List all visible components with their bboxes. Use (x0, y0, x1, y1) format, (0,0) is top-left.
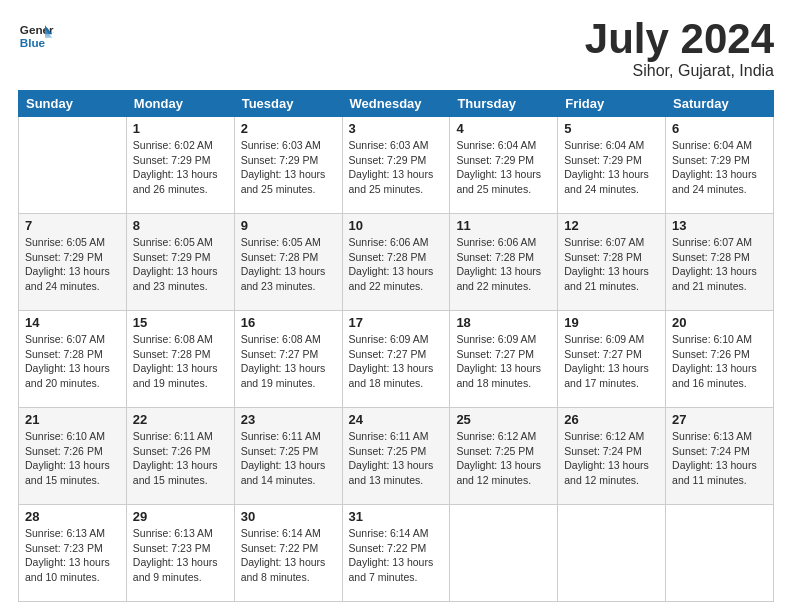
cell-date: 31 (349, 509, 444, 524)
logo-icon: General Blue (18, 18, 54, 54)
header-row: Sunday Monday Tuesday Wednesday Thursday… (19, 91, 774, 117)
calendar-cell: 9Sunrise: 6:05 AM Sunset: 7:28 PM Daylig… (234, 214, 342, 311)
cell-date: 18 (456, 315, 551, 330)
cell-date: 13 (672, 218, 767, 233)
calendar-cell: 23Sunrise: 6:11 AM Sunset: 7:25 PM Dayli… (234, 408, 342, 505)
calendar-cell: 18Sunrise: 6:09 AM Sunset: 7:27 PM Dayli… (450, 311, 558, 408)
cell-info: Sunrise: 6:09 AM Sunset: 7:27 PM Dayligh… (456, 332, 551, 391)
cell-date: 19 (564, 315, 659, 330)
calendar-cell: 2Sunrise: 6:03 AM Sunset: 7:29 PM Daylig… (234, 117, 342, 214)
cell-date: 14 (25, 315, 120, 330)
cell-date: 17 (349, 315, 444, 330)
cell-info: Sunrise: 6:09 AM Sunset: 7:27 PM Dayligh… (349, 332, 444, 391)
calendar-cell (450, 505, 558, 602)
calendar-cell: 1Sunrise: 6:02 AM Sunset: 7:29 PM Daylig… (126, 117, 234, 214)
th-sunday: Sunday (19, 91, 127, 117)
cell-info: Sunrise: 6:09 AM Sunset: 7:27 PM Dayligh… (564, 332, 659, 391)
cell-info: Sunrise: 6:05 AM Sunset: 7:29 PM Dayligh… (133, 235, 228, 294)
week-row-4: 28Sunrise: 6:13 AM Sunset: 7:23 PM Dayli… (19, 505, 774, 602)
month-title: July 2024 (585, 18, 774, 60)
svg-text:Blue: Blue (20, 36, 46, 49)
cell-info: Sunrise: 6:07 AM Sunset: 7:28 PM Dayligh… (672, 235, 767, 294)
cell-info: Sunrise: 6:10 AM Sunset: 7:26 PM Dayligh… (25, 429, 120, 488)
calendar-cell: 19Sunrise: 6:09 AM Sunset: 7:27 PM Dayli… (558, 311, 666, 408)
cell-date: 24 (349, 412, 444, 427)
calendar-cell: 26Sunrise: 6:12 AM Sunset: 7:24 PM Dayli… (558, 408, 666, 505)
cell-date: 20 (672, 315, 767, 330)
th-saturday: Saturday (666, 91, 774, 117)
calendar-cell: 12Sunrise: 6:07 AM Sunset: 7:28 PM Dayli… (558, 214, 666, 311)
calendar-cell: 21Sunrise: 6:10 AM Sunset: 7:26 PM Dayli… (19, 408, 127, 505)
th-tuesday: Tuesday (234, 91, 342, 117)
cell-info: Sunrise: 6:07 AM Sunset: 7:28 PM Dayligh… (25, 332, 120, 391)
location: Sihor, Gujarat, India (585, 62, 774, 80)
cell-date: 6 (672, 121, 767, 136)
week-row-0: 1Sunrise: 6:02 AM Sunset: 7:29 PM Daylig… (19, 117, 774, 214)
cell-info: Sunrise: 6:05 AM Sunset: 7:29 PM Dayligh… (25, 235, 120, 294)
cell-date: 23 (241, 412, 336, 427)
th-friday: Friday (558, 91, 666, 117)
calendar-cell: 14Sunrise: 6:07 AM Sunset: 7:28 PM Dayli… (19, 311, 127, 408)
calendar-cell: 20Sunrise: 6:10 AM Sunset: 7:26 PM Dayli… (666, 311, 774, 408)
cell-info: Sunrise: 6:11 AM Sunset: 7:25 PM Dayligh… (349, 429, 444, 488)
cell-info: Sunrise: 6:04 AM Sunset: 7:29 PM Dayligh… (564, 138, 659, 197)
cell-date: 26 (564, 412, 659, 427)
calendar-cell: 27Sunrise: 6:13 AM Sunset: 7:24 PM Dayli… (666, 408, 774, 505)
calendar-cell: 8Sunrise: 6:05 AM Sunset: 7:29 PM Daylig… (126, 214, 234, 311)
cell-info: Sunrise: 6:13 AM Sunset: 7:23 PM Dayligh… (25, 526, 120, 585)
cell-date: 29 (133, 509, 228, 524)
title-block: July 2024 Sihor, Gujarat, India (585, 18, 774, 80)
cell-date: 1 (133, 121, 228, 136)
th-wednesday: Wednesday (342, 91, 450, 117)
calendar-cell: 25Sunrise: 6:12 AM Sunset: 7:25 PM Dayli… (450, 408, 558, 505)
cell-info: Sunrise: 6:08 AM Sunset: 7:28 PM Dayligh… (133, 332, 228, 391)
calendar-cell (666, 505, 774, 602)
cell-date: 22 (133, 412, 228, 427)
calendar-cell: 29Sunrise: 6:13 AM Sunset: 7:23 PM Dayli… (126, 505, 234, 602)
th-monday: Monday (126, 91, 234, 117)
cell-info: Sunrise: 6:03 AM Sunset: 7:29 PM Dayligh… (241, 138, 336, 197)
header: General Blue July 2024 Sihor, Gujarat, I… (18, 18, 774, 80)
cell-info: Sunrise: 6:13 AM Sunset: 7:23 PM Dayligh… (133, 526, 228, 585)
calendar-cell: 31Sunrise: 6:14 AM Sunset: 7:22 PM Dayli… (342, 505, 450, 602)
week-row-1: 7Sunrise: 6:05 AM Sunset: 7:29 PM Daylig… (19, 214, 774, 311)
cell-info: Sunrise: 6:04 AM Sunset: 7:29 PM Dayligh… (672, 138, 767, 197)
cell-date: 7 (25, 218, 120, 233)
cell-info: Sunrise: 6:07 AM Sunset: 7:28 PM Dayligh… (564, 235, 659, 294)
cell-date: 5 (564, 121, 659, 136)
calendar-cell: 11Sunrise: 6:06 AM Sunset: 7:28 PM Dayli… (450, 214, 558, 311)
cell-date: 2 (241, 121, 336, 136)
cell-info: Sunrise: 6:11 AM Sunset: 7:25 PM Dayligh… (241, 429, 336, 488)
cell-date: 12 (564, 218, 659, 233)
calendar-cell: 4Sunrise: 6:04 AM Sunset: 7:29 PM Daylig… (450, 117, 558, 214)
cell-date: 15 (133, 315, 228, 330)
cell-date: 9 (241, 218, 336, 233)
week-row-2: 14Sunrise: 6:07 AM Sunset: 7:28 PM Dayli… (19, 311, 774, 408)
cell-info: Sunrise: 6:04 AM Sunset: 7:29 PM Dayligh… (456, 138, 551, 197)
cell-info: Sunrise: 6:14 AM Sunset: 7:22 PM Dayligh… (349, 526, 444, 585)
cell-date: 28 (25, 509, 120, 524)
page: General Blue July 2024 Sihor, Gujarat, I… (0, 0, 792, 612)
calendar-cell: 7Sunrise: 6:05 AM Sunset: 7:29 PM Daylig… (19, 214, 127, 311)
calendar-cell: 17Sunrise: 6:09 AM Sunset: 7:27 PM Dayli… (342, 311, 450, 408)
calendar-cell: 22Sunrise: 6:11 AM Sunset: 7:26 PM Dayli… (126, 408, 234, 505)
cell-date: 25 (456, 412, 551, 427)
cell-info: Sunrise: 6:14 AM Sunset: 7:22 PM Dayligh… (241, 526, 336, 585)
cell-date: 21 (25, 412, 120, 427)
calendar-cell: 28Sunrise: 6:13 AM Sunset: 7:23 PM Dayli… (19, 505, 127, 602)
cell-info: Sunrise: 6:05 AM Sunset: 7:28 PM Dayligh… (241, 235, 336, 294)
calendar-cell: 16Sunrise: 6:08 AM Sunset: 7:27 PM Dayli… (234, 311, 342, 408)
cell-info: Sunrise: 6:13 AM Sunset: 7:24 PM Dayligh… (672, 429, 767, 488)
calendar-cell (19, 117, 127, 214)
calendar-cell: 30Sunrise: 6:14 AM Sunset: 7:22 PM Dayli… (234, 505, 342, 602)
week-row-3: 21Sunrise: 6:10 AM Sunset: 7:26 PM Dayli… (19, 408, 774, 505)
calendar-cell: 10Sunrise: 6:06 AM Sunset: 7:28 PM Dayli… (342, 214, 450, 311)
cell-date: 3 (349, 121, 444, 136)
cell-info: Sunrise: 6:10 AM Sunset: 7:26 PM Dayligh… (672, 332, 767, 391)
calendar-cell: 5Sunrise: 6:04 AM Sunset: 7:29 PM Daylig… (558, 117, 666, 214)
calendar-cell: 15Sunrise: 6:08 AM Sunset: 7:28 PM Dayli… (126, 311, 234, 408)
cell-date: 4 (456, 121, 551, 136)
calendar-cell: 24Sunrise: 6:11 AM Sunset: 7:25 PM Dayli… (342, 408, 450, 505)
cell-info: Sunrise: 6:12 AM Sunset: 7:24 PM Dayligh… (564, 429, 659, 488)
cell-date: 16 (241, 315, 336, 330)
